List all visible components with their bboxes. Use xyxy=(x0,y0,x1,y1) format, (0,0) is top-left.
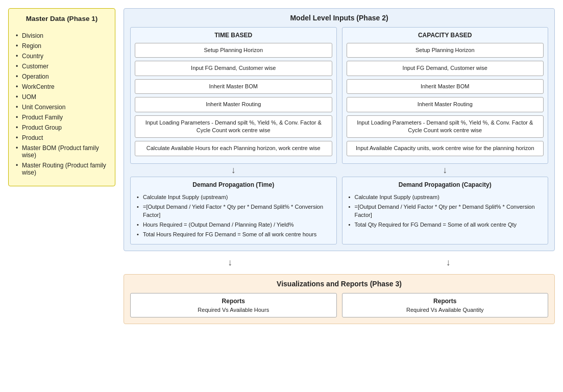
phase2-box: Model Level Inputs (Phase 2) TIME BASED … xyxy=(124,8,555,251)
phase3-title: Visualizations and Reports (Phase 3) xyxy=(130,280,548,288)
demand-propagation-columns: Demand Propagation (Time) Calculate Inpu… xyxy=(130,177,548,244)
demand-capacity-item: Calculate Input Supply (upstream) xyxy=(348,192,543,202)
demand-time-item: Hours Required = (Output Demand / Planni… xyxy=(136,220,331,230)
master-data-item: Product xyxy=(16,133,108,143)
master-data-item: Product Family xyxy=(16,112,108,122)
phase3-box: Visualizations and Reports (Phase 3) Rep… xyxy=(124,274,555,324)
master-data-item: Operation xyxy=(16,71,108,82)
time-based-item: Inherit Master Routing xyxy=(135,97,332,112)
master-data-item: Customer xyxy=(16,61,108,71)
master-data-item: Master BOM (Product family wise) xyxy=(16,143,108,160)
demand-time-title: Demand Propagation (Time) xyxy=(136,181,331,188)
right-section: Model Level Inputs (Phase 2) TIME BASED … xyxy=(124,8,555,324)
demand-time-box: Demand Propagation (Time) Calculate Inpu… xyxy=(130,177,337,244)
master-data-item: Unit Conversion xyxy=(16,102,108,112)
capacity-based-title: CAPACITY BASED xyxy=(347,32,544,39)
master-data-item: Division xyxy=(16,31,108,41)
time-based-item: Calculate Available Hours for each Plann… xyxy=(135,141,332,156)
capacity-based-item: Input Loading Parameters - Demand spilt … xyxy=(347,115,544,138)
master-data-item: UOM xyxy=(16,92,108,102)
demand-capacity-list: Calculate Input Supply (upstream)=[Outpu… xyxy=(348,192,543,230)
time-based-item: Input FG Demand, Customer wise xyxy=(135,61,332,76)
arrow-down-capacity: ↓ xyxy=(342,165,549,176)
demand-capacity-title: Demand Propagation (Capacity) xyxy=(348,181,543,188)
arrow-down-time: ↓ xyxy=(130,165,337,176)
demand-time-item: Calculate Input Supply (upstream) xyxy=(136,192,331,202)
demand-time-list: Calculate Input Supply (upstream)=[Outpu… xyxy=(136,192,331,240)
demand-capacity-item: Total Qty Required for FG Demand = Some … xyxy=(348,220,543,230)
arrow-down-left: ↓ xyxy=(124,257,337,268)
master-data-title: Master Data (Phase 1) xyxy=(16,15,108,22)
arrow-down-right: ↓ xyxy=(342,257,555,268)
capacity-based-item: Input Available Capacity units, work cen… xyxy=(347,141,544,156)
time-based-item: Input Loading Parameters - Demand spilt … xyxy=(135,115,332,138)
time-based-item: Inherit Master BOM xyxy=(135,79,332,94)
master-data-item: Master Routing (Product family wise) xyxy=(16,160,108,178)
capacity-based-column: CAPACITY BASED Setup Planning HorizonInp… xyxy=(342,27,549,164)
demand-time-item: Total Hours Required for FG Demand = Som… xyxy=(136,230,331,239)
capacity-based-item: Setup Planning Horizon xyxy=(347,43,544,58)
report-title: Reports xyxy=(136,298,331,305)
capacity-based-item: Input FG Demand, Customer wise xyxy=(347,61,544,76)
master-data-item: Product Group xyxy=(16,122,108,133)
capacity-based-item: Inherit Master Routing xyxy=(347,97,544,112)
demand-time-item: =[Output Demand / Yield Factor * Qty per… xyxy=(136,202,331,220)
main-container: Master Data (Phase 1) DivisionRegionCoun… xyxy=(8,8,555,324)
master-data-item: Country xyxy=(16,51,108,61)
time-based-item: Setup Planning Horizon xyxy=(135,43,332,58)
master-data-box: Master Data (Phase 1) DivisionRegionCoun… xyxy=(8,8,115,186)
time-based-column: TIME BASED Setup Planning HorizonInput F… xyxy=(130,27,337,164)
report-title: Reports xyxy=(348,298,543,305)
master-data-item: WorkCentre xyxy=(16,82,108,92)
demand-capacity-item: =[Output Demand / Yield Factor * Qty per… xyxy=(348,202,543,220)
report-box: Reports Required Vs Available Quantity xyxy=(342,293,549,317)
master-data-item: Region xyxy=(16,41,108,51)
time-based-title: TIME BASED xyxy=(135,32,332,39)
report-subtitle: Required Vs Available Hours xyxy=(136,307,331,313)
demand-capacity-box: Demand Propagation (Capacity) Calculate … xyxy=(342,177,549,244)
phase2-arrows: ↓ ↓ xyxy=(130,165,548,176)
phase2-title: Model Level Inputs (Phase 2) xyxy=(130,14,548,22)
report-subtitle: Required Vs Available Quantity xyxy=(348,307,543,313)
report-box: Reports Required Vs Available Hours xyxy=(130,293,337,317)
capacity-items-container: Setup Planning HorizonInput FG Demand, C… xyxy=(347,43,544,156)
time-items-container: Setup Planning HorizonInput FG Demand, C… xyxy=(135,43,332,156)
capacity-based-item: Inherit Master BOM xyxy=(347,79,544,94)
master-data-list: DivisionRegionCountryCustomerOperationWo… xyxy=(16,31,108,178)
phase2-to-phase3-arrows: ↓ ↓ xyxy=(124,257,555,268)
model-inputs-columns: TIME BASED Setup Planning HorizonInput F… xyxy=(130,27,548,164)
reports-columns: Reports Required Vs Available Hours Repo… xyxy=(130,293,548,317)
